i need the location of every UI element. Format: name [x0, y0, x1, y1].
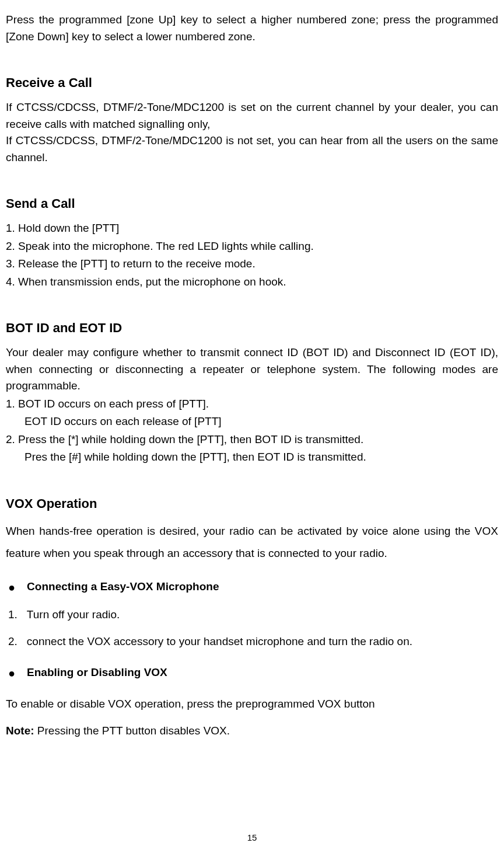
intro-paragraph: Press the programmed [zone Up] key to se… — [6, 12, 498, 45]
bot-item-2b: Pres the [#] while holding down the [PTT… — [24, 449, 498, 466]
subheading-enabling-vox: ● Enabling or Disabling VOX — [6, 664, 498, 682]
vox-step-1-text: Turn off your radio. — [27, 607, 120, 623]
bot-paragraph: Your dealer may configure whether to tra… — [6, 344, 498, 395]
vox-enable-text: To enable or disable VOX operation, pres… — [6, 696, 498, 713]
heading-vox: VOX Operation — [6, 494, 498, 513]
bot-item-1: 1. BOT ID occurs on each press of [PTT]. — [6, 396, 498, 413]
subheading-enabling-vox-label: Enabling or Disabling VOX — [27, 664, 167, 681]
send-step-2: 2. Speak into the microphone. The red LE… — [6, 238, 498, 255]
send-step-4: 4. When transmission ends, put the micro… — [6, 274, 498, 291]
bullet-icon: ● — [8, 664, 15, 682]
send-step-1: 1. Hold down the [PTT] — [6, 220, 498, 237]
heading-send: Send a Call — [6, 194, 498, 213]
vox-paragraph: When hands-free operation is desired, yo… — [6, 520, 498, 565]
subheading-connecting-vox: ● Connecting a Easy-VOX Microphone — [6, 579, 498, 596]
send-step-3: 3. Release the [PTT] to return to the re… — [6, 256, 498, 273]
vox-step-1-num: 1. — [8, 607, 18, 623]
page-number: 15 — [247, 831, 257, 845]
bullet-icon: ● — [8, 579, 15, 596]
vox-step-2-num: 2. — [8, 633, 18, 650]
vox-note: Note: Pressing the PTT button disables V… — [6, 723, 498, 740]
note-text: Pressing the PTT button disables VOX. — [34, 724, 230, 737]
vox-step-1: 1. Turn off your radio. — [6, 607, 498, 623]
receive-p2: If CTCSS/CDCSS, DTMF/2-Tone/MDC1200 is n… — [6, 133, 498, 166]
subheading-connecting-vox-label: Connecting a Easy-VOX Microphone — [27, 579, 219, 595]
heading-receive: Receive a Call — [6, 73, 498, 92]
bot-item-1b: EOT ID occurs on each release of [PTT] — [24, 413, 498, 430]
bot-item-2: 2. Press the [*] while holding down the … — [6, 431, 498, 448]
note-label: Note: — [6, 724, 34, 737]
vox-step-2-text: connect the VOX accessory to your handse… — [27, 633, 412, 650]
receive-p1: If CTCSS/CDCSS, DTMF/2-Tone/MDC1200 is s… — [6, 99, 498, 133]
heading-bot-eot: BOT ID and EOT ID — [6, 318, 498, 337]
vox-step-2: 2. connect the VOX accessory to your han… — [6, 633, 498, 650]
